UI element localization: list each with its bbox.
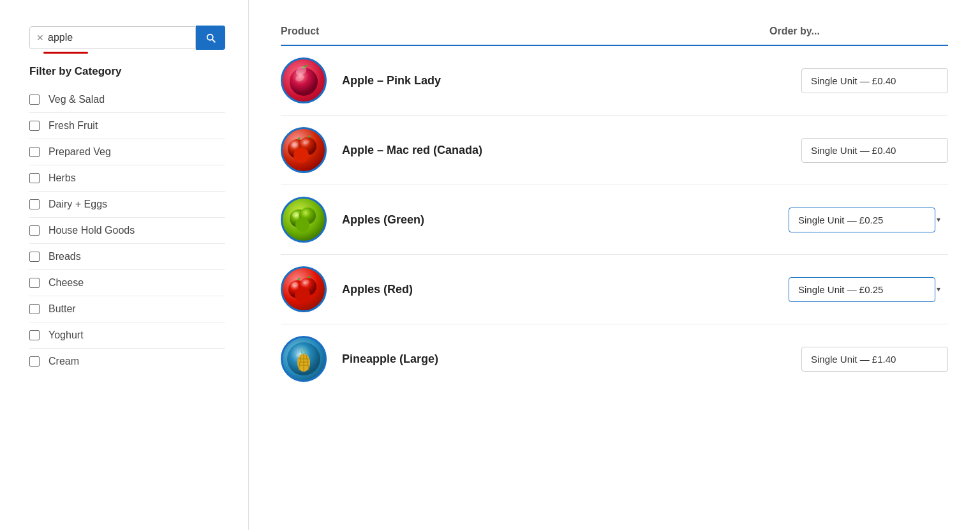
select-wrapper-green: Single Unit — £0.25 ▾	[789, 208, 948, 232]
product-row-green: Apples (Green) Single Unit — £0.25 ▾	[281, 185, 948, 255]
search-underline	[43, 52, 88, 54]
product-image-svg-mac-red	[285, 131, 323, 169]
order-button-pineapple[interactable]: Single Unit — £1.40	[801, 347, 948, 372]
product-image-svg-pineapple	[285, 340, 323, 378]
product-image-mac-red	[281, 127, 327, 173]
category-label-cream: Cream	[48, 356, 79, 367]
checkbox-fresh-fruit[interactable]	[29, 121, 40, 131]
product-row-mac-red: Apple – Mac red (Canada) Single Unit — £…	[281, 116, 948, 185]
category-label-herbs: Herbs	[48, 172, 76, 184]
search-input[interactable]	[48, 32, 189, 43]
checkbox-dairy-eggs[interactable]	[29, 199, 40, 209]
select-wrapper-red: Single Unit — £0.25 ▾	[789, 277, 948, 302]
checkbox-herbs[interactable]	[29, 173, 40, 183]
product-row-pineapple: Pineapple (Large) Single Unit — £1.40	[281, 324, 948, 393]
app-layout: ✕ Filter by Category Veg & Salad Fresh F…	[0, 0, 980, 530]
checkbox-household-goods[interactable]	[29, 225, 40, 236]
order-button-pink-lady[interactable]: Single Unit — £0.40	[801, 68, 948, 93]
category-item-dairy-eggs[interactable]: Dairy + Eggs	[29, 192, 225, 218]
category-item-yoghurt[interactable]: Yoghurt	[29, 322, 225, 349]
product-name-red: Apples (Red)	[342, 283, 789, 296]
category-item-prepared-veg[interactable]: Prepared Veg	[29, 139, 225, 165]
svg-point-16	[295, 287, 310, 303]
category-item-cheese[interactable]: Cheese	[29, 270, 225, 296]
product-image-pink-lady	[281, 57, 327, 103]
chevron-down-icon-red: ▾	[937, 285, 940, 294]
product-image-svg-red	[285, 270, 323, 308]
checkbox-breads[interactable]	[29, 252, 40, 262]
sidebar: ✕ Filter by Category Veg & Salad Fresh F…	[0, 0, 249, 530]
product-name-pineapple: Pineapple (Large)	[342, 352, 801, 366]
svg-point-12	[295, 218, 309, 232]
order-select-red[interactable]: Single Unit — £0.25	[789, 277, 935, 302]
checkbox-veg-salad[interactable]	[29, 95, 40, 105]
category-list: Veg & Salad Fresh Fruit Prepared Veg Her…	[29, 87, 225, 374]
category-label-cheese: Cheese	[48, 277, 84, 289]
main-content: Product Order by...	[249, 0, 980, 530]
product-image-svg-green	[285, 201, 323, 239]
category-item-cream[interactable]: Cream	[29, 349, 225, 374]
category-item-breads[interactable]: Breads	[29, 244, 225, 270]
order-button-mac-red[interactable]: Single Unit — £0.40	[801, 138, 948, 163]
col-product-header: Product	[281, 26, 769, 37]
product-name-mac-red: Apple – Mac red (Canada)	[342, 144, 801, 157]
category-item-veg-salad[interactable]: Veg & Salad	[29, 87, 225, 113]
category-label-fresh-fruit: Fresh Fruit	[48, 120, 98, 132]
category-label-butter: Butter	[48, 303, 76, 315]
product-name-green: Apples (Green)	[342, 213, 789, 227]
chevron-down-icon-green: ▾	[937, 215, 940, 224]
product-name-pink-lady: Apple – Pink Lady	[342, 74, 801, 87]
category-label-yoghurt: Yoghurt	[48, 329, 84, 341]
category-item-herbs[interactable]: Herbs	[29, 165, 225, 192]
clear-icon[interactable]: ✕	[36, 33, 44, 43]
checkbox-prepared-veg[interactable]	[29, 147, 40, 157]
category-item-household-goods[interactable]: House Hold Goods	[29, 218, 225, 244]
checkbox-butter[interactable]	[29, 304, 40, 314]
category-label-household-goods: House Hold Goods	[48, 225, 135, 236]
col-order-header: Order by...	[769, 26, 948, 37]
product-image-pineapple	[281, 336, 327, 382]
category-label-prepared-veg: Prepared Veg	[48, 146, 111, 158]
svg-point-1	[290, 68, 318, 96]
product-image-green	[281, 197, 327, 243]
product-row-pink-lady: Apple – Pink Lady Single Unit — £0.40	[281, 46, 948, 116]
search-input-wrapper: ✕	[29, 26, 196, 49]
category-item-fresh-fruit[interactable]: Fresh Fruit	[29, 113, 225, 139]
product-row-red: Apples (Red) Single Unit — £0.25 ▾	[281, 255, 948, 324]
category-item-butter[interactable]: Butter	[29, 296, 225, 322]
product-image-svg-pink-lady	[285, 61, 323, 100]
order-select-green[interactable]: Single Unit — £0.25	[789, 208, 935, 232]
checkbox-cheese[interactable]	[29, 278, 40, 288]
filter-title: Filter by Category	[29, 65, 225, 78]
search-bar: ✕	[29, 26, 225, 50]
category-label-veg-salad: Veg & Salad	[48, 94, 105, 105]
search-button[interactable]	[196, 26, 225, 50]
product-image-red	[281, 266, 327, 312]
table-header: Product Order by...	[281, 26, 948, 46]
checkbox-cream[interactable]	[29, 356, 40, 367]
product-list: Apple – Pink Lady Single Unit — £0.40	[281, 46, 948, 393]
checkbox-yoghurt[interactable]	[29, 330, 40, 340]
svg-point-6	[293, 148, 309, 163]
category-label-dairy-eggs: Dairy + Eggs	[48, 199, 107, 210]
category-label-breads: Breads	[48, 251, 81, 262]
search-icon	[205, 32, 216, 43]
